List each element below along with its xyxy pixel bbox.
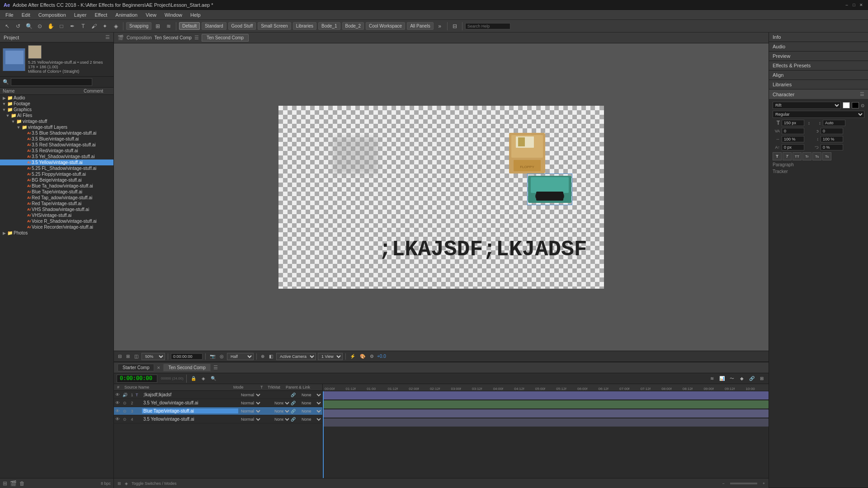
italic-btn[interactable]: T (783, 152, 792, 160)
timeline-tab-close-starter[interactable]: ✕ (157, 366, 160, 370)
layer-vis-1[interactable]: 👁 (114, 392, 121, 397)
workspace-standard[interactable]: Standard (202, 22, 226, 30)
new-comp-icon[interactable]: 🎬 (10, 480, 17, 487)
color-swatch-black[interactable] (852, 102, 859, 108)
transparency-icon[interactable]: ◧ (268, 353, 274, 359)
trkmat-select-2[interactable]: None (273, 400, 291, 406)
tree-item-vhs[interactable]: Ai VHS/vintage-stuff.ai (0, 212, 113, 218)
layer-audio-3[interactable]: ⊙ (121, 409, 128, 413)
align-title[interactable]: Align (769, 70, 868, 80)
audio-title[interactable]: Audio (769, 42, 868, 51)
delete-icon[interactable]: 🗑 (19, 480, 25, 487)
viewer-grid-btn[interactable]: ⊞ (125, 353, 131, 359)
font-style-select[interactable]: Regular (773, 111, 864, 118)
layer-audio-2[interactable]: ⊙ (121, 401, 128, 405)
more-workspaces[interactable]: » (435, 22, 444, 31)
viewer-icon[interactable]: ⊟ (450, 22, 459, 31)
timecode-input[interactable] (171, 353, 203, 360)
rect-tool[interactable]: □ (57, 22, 66, 31)
timeline-zoom-out[interactable]: − (722, 481, 724, 486)
layer-link-icon-2[interactable]: 🔗 (291, 401, 300, 405)
zoom-tool[interactable]: 🔍 (24, 22, 33, 31)
footer-mode-icon[interactable]: ◈ (125, 481, 128, 486)
libraries-title[interactable]: Libraries (769, 80, 868, 89)
baseline-input[interactable] (782, 144, 804, 150)
fast-preview-icon[interactable]: ⚡ (349, 353, 357, 359)
viewer-snap-btn[interactable]: ⊟ (117, 353, 123, 359)
time-display[interactable]: 0:00:00:00 (117, 375, 157, 383)
workspace-libraries[interactable]: Libraries (293, 22, 316, 30)
window-controls[interactable]: – □ ✕ (844, 2, 864, 8)
workspace-bode1[interactable]: Bode_1 (318, 22, 340, 30)
rotation-tool[interactable]: ↺ (14, 22, 23, 31)
menu-composition[interactable]: Composition (35, 11, 70, 19)
tree-item-photos[interactable]: ▶ 📁 Photos (0, 230, 113, 236)
preview-title[interactable]: Preview (769, 52, 868, 61)
selection-tool[interactable]: ↖ (3, 22, 12, 31)
view-count-dropdown[interactable]: 1 View (318, 353, 343, 360)
comp-tab-ten-second[interactable]: Ten Second Comp (202, 34, 249, 42)
menu-view[interactable]: View (142, 11, 160, 19)
kerning-input[interactable] (782, 128, 804, 134)
info-title[interactable]: Info (769, 33, 868, 42)
tree-item-vintage-stuff[interactable]: ▼ 📁 vintage-stuff (0, 118, 113, 124)
comp-btn[interactable]: ⊞ (758, 375, 766, 383)
trkmat-select-3[interactable]: None (273, 408, 291, 414)
minimize-button[interactable]: – (844, 2, 850, 8)
timeline-ruler[interactable]: 00:00f 01:12f 01:00 01:12f 02:00f 02:12f… (323, 384, 769, 391)
bold-btn[interactable]: T (773, 152, 782, 160)
playhead[interactable] (323, 391, 324, 478)
project-search-input[interactable] (11, 78, 92, 86)
maximize-button[interactable]: □ (851, 2, 857, 8)
color-swatch-white[interactable] (843, 102, 850, 108)
tracking-input[interactable] (821, 128, 843, 134)
font-family-select[interactable]: Rift (773, 102, 841, 109)
solo-btn[interactable]: ◈ (199, 375, 208, 383)
stroke-style-icon[interactable]: ⊙ (861, 103, 864, 108)
tree-item-red-tap[interactable]: Ai Red Tap_adow/vintage-stuff.ai (0, 195, 113, 201)
trkmat-select-4[interactable]: None (273, 417, 291, 422)
parent-select-2[interactable]: None (300, 400, 322, 406)
layer-audio-1[interactable]: 🔊 (121, 393, 128, 397)
key-btn[interactable]: ◆ (738, 375, 746, 383)
search-help-input[interactable] (465, 23, 510, 29)
tree-item-red[interactable]: Ai 3.5 Red/vintage-stuff.ai (0, 148, 113, 154)
region-icon[interactable]: ⊕ (259, 353, 266, 359)
workspace-good-stuff[interactable]: Good Stuff (228, 22, 256, 30)
zoom-dropdown[interactable]: 50% 100% 25% (142, 353, 165, 360)
character-menu-icon[interactable]: ☰ (860, 91, 864, 97)
mode-select-2[interactable]: Normal (239, 400, 262, 406)
color-manage-icon[interactable]: 🎨 (359, 353, 367, 359)
scale-h-input[interactable] (782, 136, 804, 142)
lock-btn[interactable]: 🔒 (189, 375, 198, 383)
smallcaps-btn[interactable]: Tr (802, 152, 811, 160)
parent-select-1[interactable]: None (300, 392, 322, 398)
timeline-zoom-slider[interactable] (730, 483, 757, 484)
allcaps-btn[interactable]: TT (793, 152, 802, 160)
effects-presets-title[interactable]: Effects & Presets (769, 61, 868, 70)
camera-tool[interactable]: ⊙ (35, 22, 44, 31)
snapping-btn[interactable]: Snapping (126, 22, 151, 30)
footer-icons[interactable]: ⊞ (118, 481, 121, 486)
tree-item-floppy[interactable]: Ai 5.25 Floppy/vintage-stuff.ai (0, 171, 113, 177)
tree-item-voice-recorder[interactable]: Ai Voice Recorder/vintage-stuff.ai (0, 224, 113, 230)
comp-menu-icon[interactable]: ☰ (194, 35, 199, 41)
graph-btn[interactable]: 📊 (718, 375, 726, 383)
font-size-input[interactable] (782, 120, 804, 126)
quality-dropdown[interactable]: Half Full Quarter (227, 353, 254, 360)
scale-v-input[interactable] (821, 136, 843, 142)
menu-window[interactable]: Window (161, 11, 186, 19)
tree-item-vhs-shadow[interactable]: Ai VHS Shadow/vintage-stuff.ai (0, 206, 113, 212)
workspace-default[interactable]: Default (179, 22, 200, 30)
tsume-input[interactable] (821, 144, 843, 150)
menu-file[interactable]: File (2, 11, 17, 19)
mode-select-1[interactable]: Normal (239, 392, 262, 398)
canvas-area[interactable]: FLOPPY A (114, 43, 769, 351)
toggle-switches-label[interactable]: Toggle Switches / Modes (132, 481, 177, 486)
workspace-cool[interactable]: Cool Workspace (366, 22, 405, 30)
puppet-tool[interactable]: ◈ (111, 22, 120, 31)
layer-name-3[interactable]: Blue Tape/vintage-stuff.ai (142, 408, 238, 413)
menu-help[interactable]: Help (187, 11, 204, 19)
tree-item-blue[interactable]: Ai 3.5 Blue/vintage-stuff.ai (0, 136, 113, 142)
timeline-zoom-in[interactable]: + (763, 481, 765, 486)
